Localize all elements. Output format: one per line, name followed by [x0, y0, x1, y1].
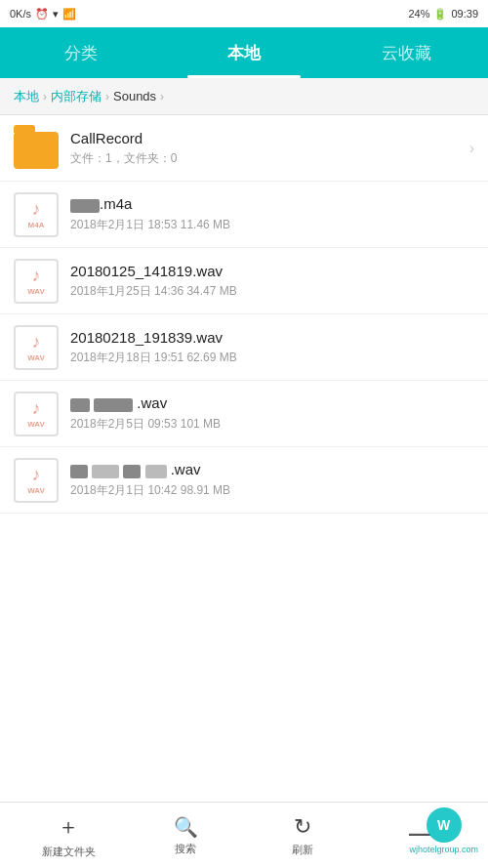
new-folder-label: 新建文件夹 [42, 845, 96, 859]
refresh-icon: ↻ [294, 814, 311, 840]
clock-time: 09:39 [451, 8, 478, 20]
music-note-icon: ♪ [32, 266, 41, 286]
music-note-icon: ♪ [32, 398, 41, 419]
wifi-icon: ▾ [53, 8, 59, 21]
file-meta: 2018年2月18日 19:51 62.69 MB [70, 350, 474, 366]
list-item[interactable]: ♪ WAV 20180125_141819.wav 2018年1月25日 14:… [0, 248, 488, 314]
file-info-m4a: .m4a 2018年2月1日 18:53 11.46 MB [70, 195, 474, 232]
watermark-text: wjhotelgroup.com [409, 845, 478, 854]
new-folder-button[interactable]: ＋ 新建文件夹 [39, 812, 98, 859]
battery-icon: 🔋 [433, 8, 447, 21]
list-item[interactable]: ♪ WAV .wav 2018年2月5日 09:53 101 MB [0, 381, 488, 447]
search-icon: 🔍 [174, 815, 198, 839]
list-item[interactable]: ♪ M4A .m4a 2018年2月1日 18:53 11.46 MB [0, 182, 488, 248]
audio-icon-wav3: ♪ WAV [14, 392, 59, 436]
redacted-block [94, 398, 133, 412]
music-note-icon: ♪ [32, 332, 41, 352]
refresh-label: 刷新 [292, 843, 313, 857]
folder-icon-callrecord [14, 126, 59, 171]
redacted-block [70, 398, 90, 412]
music-note-icon: ♪ [32, 465, 41, 485]
audio-icon-wav4: ♪ WAV [14, 458, 59, 503]
network-speed: 0K/s [10, 8, 31, 20]
breadcrumb-sep-2: › [105, 90, 109, 103]
file-name: 20180125_141819.wav [70, 263, 474, 279]
tab-category[interactable]: 分类 [0, 27, 163, 78]
redacted-block [70, 465, 88, 478]
search-label: 搜索 [175, 842, 196, 856]
breadcrumb: 本地 › 内部存储 › Sounds › [0, 78, 488, 115]
tab-local[interactable]: 本地 [163, 27, 326, 78]
battery-level: 24% [408, 8, 429, 20]
breadcrumb-sep-1: › [43, 90, 47, 103]
watermark: W wjhotelgroup.com [409, 807, 478, 854]
redacted-block [123, 465, 141, 478]
audio-icon-m4a: ♪ M4A [14, 192, 59, 237]
file-info-callrecord: CallRecord 文件：1，文件夹：0 [70, 130, 464, 167]
audio-icon-wav2: ♪ WAV [14, 325, 59, 370]
top-nav: 分类 本地 云收藏 [0, 27, 488, 78]
redacted-block [70, 199, 100, 213]
search-button[interactable]: 🔍 搜索 [156, 815, 215, 856]
clock-icon: ⏰ [35, 8, 49, 21]
file-meta: 2018年2月5日 09:53 101 MB [70, 416, 474, 433]
bottom-toolbar: ＋ 新建文件夹 🔍 搜索 ↻ 刷新 — W wjhotelgroup.com [0, 802, 488, 868]
list-item[interactable]: ♪ WAV 20180218_191839.wav 2018年2月18日 19:… [0, 314, 488, 381]
music-note-icon: ♪ [32, 199, 41, 220]
redacted-block [92, 465, 119, 478]
signal-icon: 📶 [62, 8, 76, 21]
file-name: 20180218_191839.wav [70, 329, 474, 346]
list-item[interactable]: CallRecord 文件：1，文件夹：0 › [0, 115, 488, 182]
status-left: 0K/s ⏰ ▾ 📶 [10, 8, 76, 21]
status-right: 24% 🔋 09:39 [408, 8, 478, 21]
file-info-wav4: .wav 2018年2月1日 10:42 98.91 MB [70, 461, 474, 498]
breadcrumb-sep-3: › [160, 90, 164, 103]
refresh-button[interactable]: ↻ 刷新 [273, 814, 332, 857]
file-info-wav2: 20180218_191839.wav 2018年2月18日 19:51 62.… [70, 329, 474, 366]
file-name: CallRecord [70, 130, 464, 146]
status-bar: 0K/s ⏰ ▾ 📶 24% 🔋 09:39 [0, 0, 488, 27]
file-name: .wav [70, 461, 474, 477]
chevron-right-icon: › [469, 140, 474, 157]
breadcrumb-internal[interactable]: 内部存储 [51, 88, 102, 105]
file-meta: 文件：1，文件夹：0 [70, 150, 464, 167]
file-info-wav3: .wav 2018年2月5日 09:53 101 MB [70, 394, 474, 432]
breadcrumb-sounds: Sounds [113, 89, 156, 103]
breadcrumb-local[interactable]: 本地 [14, 88, 39, 105]
file-meta: 2018年2月1日 18:53 11.46 MB [70, 217, 474, 233]
file-name: .m4a [70, 195, 474, 212]
file-meta: 2018年1月25日 14:36 34.47 MB [70, 283, 474, 300]
plus-icon: ＋ [58, 812, 79, 842]
audio-icon-wav1: ♪ WAV [14, 259, 59, 304]
watermark-logo: W [427, 807, 462, 843]
tab-cloud[interactable]: 云收藏 [325, 27, 488, 78]
file-meta: 2018年2月1日 10:42 98.91 MB [70, 482, 474, 499]
file-info-wav1: 20180125_141819.wav 2018年1月25日 14:36 34.… [70, 263, 474, 300]
list-item[interactable]: ♪ WAV .wav 2018年2月1日 10:42 98.91 MB [0, 447, 488, 514]
redacted-block [145, 465, 167, 478]
file-name: .wav [70, 394, 474, 411]
file-list: CallRecord 文件：1，文件夹：0 › ♪ M4A .m4a 2018年… [0, 115, 488, 802]
